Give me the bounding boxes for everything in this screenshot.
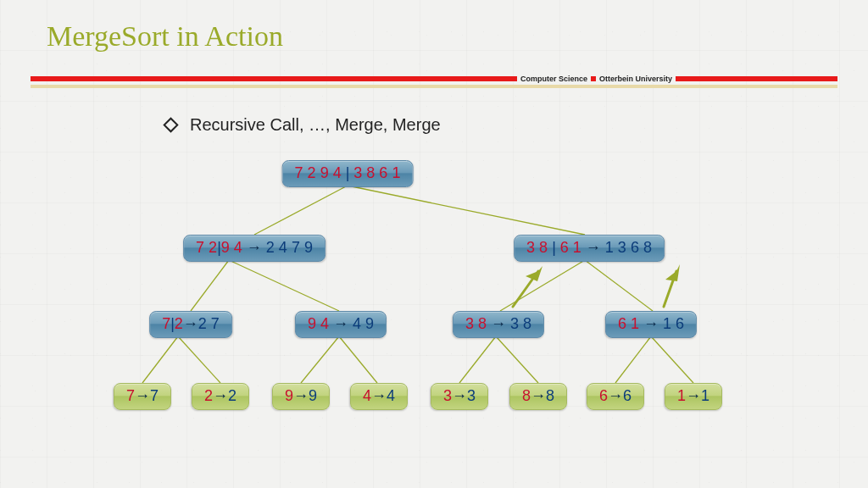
svg-line-3 bbox=[229, 260, 339, 311]
merge-arrow-icon bbox=[513, 266, 542, 307]
bullet-row: Recursive Call, …, Merge, Merge bbox=[165, 115, 441, 135]
svg-line-9 bbox=[339, 336, 377, 383]
svg-line-8 bbox=[301, 336, 339, 383]
node-input: 6 1 bbox=[560, 239, 581, 256]
bullet-text: Recursive Call, …, Merge, Merge bbox=[190, 115, 441, 135]
arrow-icon: → bbox=[581, 239, 605, 256]
svg-line-14 bbox=[513, 271, 538, 307]
node-input: 6 1 bbox=[618, 315, 639, 332]
tree-leaf: 4→4 bbox=[350, 383, 408, 410]
node-input: 7 bbox=[162, 315, 170, 332]
tree-leaf: 3→3 bbox=[431, 383, 488, 410]
svg-line-13 bbox=[651, 336, 693, 383]
arrow-icon: → bbox=[531, 387, 546, 404]
tree-node-l3-1: 7|2→2 7 bbox=[149, 311, 232, 338]
divider-red bbox=[31, 76, 837, 81]
node-input: 9 4 bbox=[221, 239, 242, 256]
tree-node-l2-right: 3 8 | 6 1 → 1 3 6 8 bbox=[514, 235, 665, 262]
node-input: 3 8 bbox=[526, 239, 548, 256]
svg-line-16 bbox=[664, 271, 676, 307]
tree-leaf: 9→9 bbox=[272, 383, 330, 410]
node-input: 2 bbox=[175, 315, 183, 332]
svg-marker-15 bbox=[526, 266, 542, 281]
node-input: 7 2 bbox=[196, 239, 217, 256]
node-input: 9 4 bbox=[308, 315, 329, 332]
tree-connectors bbox=[0, 0, 868, 488]
bullet-icon bbox=[163, 117, 178, 132]
tree-node-l2-left: 7 2|9 4 → 2 4 7 9 bbox=[183, 235, 326, 262]
svg-line-0 bbox=[254, 186, 348, 235]
tree-leaf: 1→1 bbox=[665, 383, 722, 410]
svg-line-5 bbox=[585, 260, 653, 311]
svg-line-10 bbox=[459, 336, 496, 383]
node-input: 3 8 bbox=[465, 315, 487, 332]
footer-label: Computer Science Otterbein University bbox=[517, 75, 676, 83]
svg-line-11 bbox=[496, 336, 538, 383]
svg-marker-17 bbox=[665, 264, 680, 281]
svg-line-4 bbox=[500, 260, 585, 311]
node-input-left: 7 2 9 4 bbox=[295, 164, 342, 181]
node-sep: | bbox=[548, 239, 560, 256]
arrow-icon: → bbox=[213, 387, 228, 404]
node-output: 2 7 bbox=[198, 315, 220, 332]
merge-arrow-icon bbox=[664, 264, 680, 307]
svg-line-12 bbox=[615, 336, 651, 383]
tree-node-l3-2: 9 4 → 4 9 bbox=[295, 311, 387, 338]
slide-title: MergeSort in Action bbox=[47, 20, 283, 53]
tree-leaf: 2→2 bbox=[192, 383, 249, 410]
node-output: 1 6 bbox=[663, 315, 684, 332]
tree-node-l3-3: 3 8 → 3 8 bbox=[453, 311, 544, 338]
arrow-icon: → bbox=[293, 387, 309, 404]
node-output: 1 3 6 8 bbox=[605, 239, 652, 256]
arrow-icon: → bbox=[487, 315, 510, 332]
node-input-right: 3 8 6 1 bbox=[353, 164, 400, 181]
tree-leaf: 7→7 bbox=[114, 383, 171, 410]
arrow-icon: → bbox=[686, 387, 701, 404]
node-output: 2 4 7 9 bbox=[266, 239, 313, 256]
tree-leaf: 8→8 bbox=[509, 383, 567, 410]
arrow-icon: → bbox=[371, 387, 387, 404]
tree-leaf: 6→6 bbox=[587, 383, 644, 410]
svg-line-1 bbox=[348, 186, 585, 235]
arrow-icon: → bbox=[329, 315, 353, 332]
divider-tan bbox=[31, 85, 837, 88]
footer-dept: Computer Science bbox=[520, 75, 587, 83]
arrow-icon: → bbox=[135, 387, 150, 404]
footer-square-icon bbox=[591, 76, 596, 81]
arrow-icon: → bbox=[452, 387, 467, 404]
arrow-icon: → bbox=[183, 315, 198, 332]
arrow-icon: → bbox=[639, 315, 663, 332]
arrow-icon: → bbox=[608, 387, 623, 404]
node-sep: | bbox=[342, 164, 354, 181]
svg-line-7 bbox=[178, 336, 220, 383]
footer-uni: Otterbein University bbox=[599, 75, 672, 83]
node-output: 3 8 bbox=[510, 315, 531, 332]
node-output: 4 9 bbox=[353, 315, 374, 332]
svg-line-2 bbox=[191, 260, 229, 311]
arrow-icon: → bbox=[242, 239, 266, 256]
tree-node-l3-4: 6 1 → 1 6 bbox=[605, 311, 697, 338]
tree-node-root: 7 2 9 4 | 3 8 6 1 bbox=[282, 160, 414, 187]
svg-line-6 bbox=[142, 336, 178, 383]
